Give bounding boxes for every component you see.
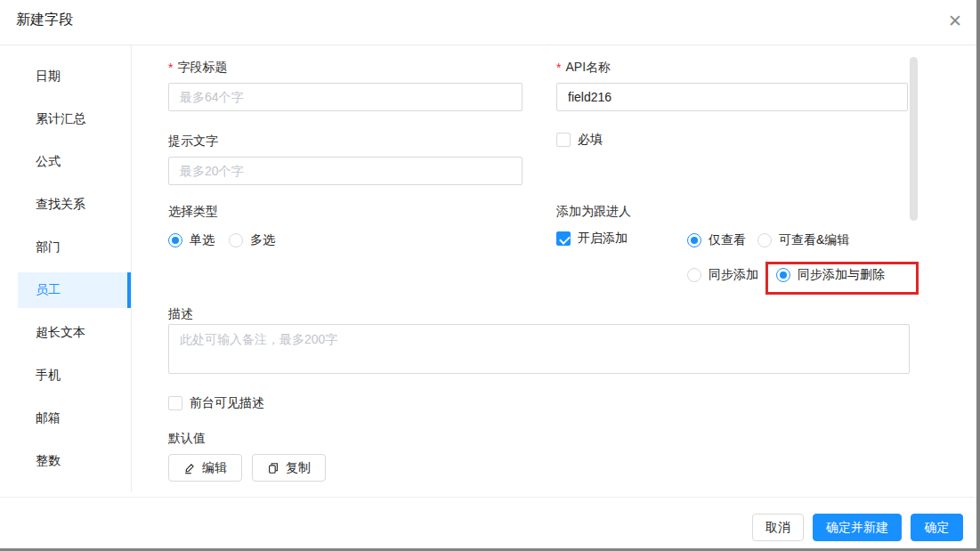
radio-sync-add-delete[interactable]: 同步添加与删除 [776,267,885,283]
close-icon: ✕ [948,11,962,31]
header-divider [0,45,980,45]
sidebar-item-email[interactable]: 邮箱 [18,397,131,440]
sidebar-item-integer[interactable]: 整数 [18,440,131,482]
sidebar-item-employee[interactable]: 员工 [18,272,131,308]
confirm-button[interactable]: 确定 [911,514,963,541]
api-name-input[interactable] [556,83,908,111]
cancel-button[interactable]: 取消 [752,514,804,541]
follower-permission-row-1: 仅查看 可查看&编辑 [687,232,849,248]
required-checkbox-label: 必填 [578,132,603,148]
select-type-radio-group: 单选 多选 [168,232,275,248]
dialog-title: 新建字段 [16,11,73,29]
required-asterisk: * [168,61,173,75]
required-checkbox [556,133,571,147]
footer-divider [0,497,980,498]
enable-add-checkbox [556,231,571,246]
radio-single-select[interactable]: 单选 [168,232,215,248]
copy-default-button[interactable]: 复制 [252,454,326,482]
sidebar-divider [131,45,132,492]
radio-icon [168,233,182,247]
front-desc-checkbox [168,396,182,410]
window-edge-right [976,0,980,551]
select-type-label: 选择类型 [168,204,218,220]
required-asterisk: * [556,61,561,75]
sidebar-item-phone[interactable]: 手机 [18,354,131,397]
close-button[interactable]: ✕ [940,5,970,36]
radio-view-and-edit[interactable]: 可查看&编辑 [757,232,849,248]
radio-icon [229,233,243,247]
confirm-and-new-button[interactable]: 确定并新建 [813,514,902,541]
sidebar-item-rollup[interactable]: 累计汇总 [18,98,131,141]
sidebar-item-department[interactable]: 部门 [18,226,131,269]
front-desc-checkbox-row[interactable]: 前台可见描述 [168,395,264,411]
api-name-label: * API名称 [556,60,611,76]
radio-icon [687,268,701,282]
description-label: 描述 [168,306,193,322]
field-type-sidebar: 日期 累计汇总 公式 查找关系 部门 员工 超长文本 手机 邮箱 整数 [0,55,131,482]
copy-icon [267,462,279,474]
scrollbar-thumb[interactable] [910,57,918,221]
hint-text-input[interactable] [168,157,522,185]
default-value-label: 默认值 [168,431,206,447]
radio-icon [687,233,701,247]
enable-add-checkbox-row[interactable]: 开启添加 [556,231,628,247]
sidebar-item-lookup[interactable]: 查找关系 [18,183,131,226]
edit-icon [183,462,196,474]
radio-sync-add[interactable]: 同步添加 [687,267,758,283]
sidebar-item-formula[interactable]: 公式 [18,141,131,183]
required-checkbox-row[interactable]: 必填 [556,132,603,148]
follower-label: 添加为跟进人 [556,204,631,220]
edit-default-button[interactable]: 编辑 [168,454,242,482]
hint-text-label: 提示文字 [168,134,218,150]
radio-icon [757,233,772,247]
field-title-label: * 字段标题 [168,60,227,76]
enable-add-label: 开启添加 [578,231,628,247]
description-textarea[interactable] [168,324,910,374]
radio-multi-select[interactable]: 多选 [229,232,275,248]
sidebar-item-date[interactable]: 日期 [18,55,131,98]
follower-permission-row-2: 同步添加 同步添加与删除 [687,267,885,283]
front-desc-label: 前台可见描述 [190,395,264,411]
radio-icon [776,268,790,282]
radio-view-only[interactable]: 仅查看 [687,232,746,248]
field-title-input[interactable] [168,83,522,111]
sidebar-item-long-text[interactable]: 超长文本 [18,312,131,354]
